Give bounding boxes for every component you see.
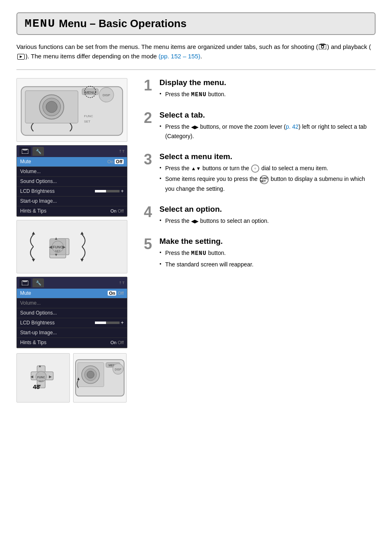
page-link[interactable]: (pp. 152 – 155) <box>159 53 201 60</box>
dial-icon: ○ <box>251 164 259 173</box>
main-layout: MENU DISP FUNC SET <box>16 78 376 403</box>
step-2-title: Select a tab. <box>159 111 376 120</box>
svg-point-48 <box>87 371 95 378</box>
title-text: Menu – Basic Operations <box>59 17 187 30</box>
menu-row-mute: Mute On Off <box>17 157 127 167</box>
step-5-body: Press the MENU button. The standard scre… <box>159 248 376 269</box>
svg-marker-30 <box>81 231 84 234</box>
right-column: 1 Display the menu. Press the MENU butto… <box>131 78 376 403</box>
menu-tabs-2: 🔧 † T <box>17 277 127 289</box>
menu-rows-1: Mute On Off Volume... Sound Options... L… <box>17 157 127 216</box>
menu-screen-1: 🔧 † T Mute On Off Volume... Sound Option… <box>16 145 127 217</box>
svg-text:◀: ◀ <box>30 375 33 379</box>
intro-text4: . <box>201 53 202 60</box>
step-5-title: Make the setting. <box>159 237 376 246</box>
intro-paragraph: Various functions can be set from the me… <box>16 42 376 61</box>
svg-text:FUNC: FUNC <box>84 114 93 118</box>
svg-text:◀: ◀ <box>49 245 52 249</box>
left-column: MENU DISP FUNC SET <box>16 78 131 403</box>
step-2: 2 Select a tab. Press the ◀▶ buttons, or… <box>144 111 376 142</box>
step-4-title: Select an option. <box>159 205 376 214</box>
step-4-body: Press the ◀▶ buttons to select an option… <box>159 216 376 225</box>
menu-tab-camera-2 <box>19 278 31 287</box>
menu-tab-extra: † T <box>119 149 125 153</box>
intro-text3: ). The menu items differ depending on th… <box>25 53 159 60</box>
menu-row-lcd-2: LCD Brightness + <box>17 318 127 328</box>
svg-marker-29 <box>32 259 35 261</box>
step-5-bullet-2: The standard screen will reappear. <box>159 260 376 269</box>
menu-row-startup: Start-up Image... <box>17 197 127 206</box>
play-icon: ▶ <box>17 54 25 60</box>
step-2-bullet-1: Press the ◀▶ buttons, or move the zoom l… <box>159 122 376 141</box>
svg-text:▶: ▶ <box>49 375 52 379</box>
step-1-number: 1 <box>144 78 155 101</box>
menu-row-mute-2: Mute On Off <box>17 289 127 298</box>
menu-row-startup-2: Start-up Image... <box>17 328 127 338</box>
step-4-number: 4 <box>144 205 155 227</box>
divider <box>16 69 376 70</box>
intro-text1: Various functions can be set from the me… <box>16 43 318 50</box>
svg-text:▲: ▲ <box>38 364 42 368</box>
svg-text:SET: SET <box>39 380 44 382</box>
step-5-bullet-1: Press the MENU button. <box>159 248 376 258</box>
menu-word-inline-2: MENU <box>191 250 207 257</box>
step-1-body: Press the MENU button. <box>159 90 376 99</box>
dpad-image: FUNC SET ▲ ▼ ◀ ▶ <box>16 220 127 273</box>
svg-text:🔧: 🔧 <box>36 148 41 154</box>
step-3: 3 Select a menu item. Press the ▲▼ butto… <box>144 152 376 195</box>
step-1-content: Display the menu. Press the MENU button. <box>159 78 376 101</box>
svg-text:🔧: 🔧 <box>36 280 41 286</box>
step-1: 1 Display the menu. Press the MENU butto… <box>144 78 376 101</box>
camera-icon <box>319 43 326 52</box>
step-3-number: 3 <box>144 152 155 195</box>
menu-tab-wrench-2: 🔧 <box>32 278 44 287</box>
step-2-content: Select a tab. Press the ◀▶ buttons, or m… <box>159 111 376 142</box>
menu-screen-2: 🔧 † T Mute On Off Volume... Sound Option… <box>16 277 127 348</box>
step-3-bullet-2: Some items require you to press the FUNC… <box>159 174 376 193</box>
step-5-number: 5 <box>144 237 155 271</box>
svg-text:FUNC: FUNC <box>37 376 45 379</box>
intro-text2: ) and playback ( <box>327 43 371 50</box>
menu-row-sound: Sound Options... <box>17 177 127 187</box>
svg-point-2 <box>321 46 324 48</box>
menu-tab-extra-2: † T <box>119 281 125 285</box>
menu-tabs-1: 🔧 † T <box>17 146 127 157</box>
step-5-content: Make the setting. Press the MENU button.… <box>159 237 376 271</box>
svg-text:DISP: DISP <box>103 93 110 97</box>
step-3-title: Select a menu item. <box>159 152 376 161</box>
menu-row-volume-2: Volume... <box>17 298 127 308</box>
svg-text:SET: SET <box>84 119 91 123</box>
menu-word-title: MENU <box>25 17 55 30</box>
page-number: 48 <box>33 383 40 390</box>
svg-text:▼: ▼ <box>54 252 58 257</box>
step-3-body: Press the ▲▼ buttons or turn the ○ dial … <box>159 164 376 193</box>
menu-row-volume: Volume... <box>17 167 127 177</box>
menu-row-hints-2: Hints & Tips On Off <box>17 338 127 348</box>
svg-marker-28 <box>32 231 35 234</box>
svg-marker-31 <box>81 259 84 261</box>
step-4-content: Select an option. Press the ◀▶ buttons t… <box>159 205 376 227</box>
step-5: 5 Make the setting. Press the MENU butto… <box>144 237 376 271</box>
svg-text:▲: ▲ <box>54 236 58 241</box>
menu-row-hints: Hints & Tips On Off <box>17 206 127 216</box>
func-icon: FUNCSET <box>260 175 269 184</box>
menu-tab-wrench: 🔧 <box>32 147 44 156</box>
page-title-bar: MENU Menu – Basic Operations <box>16 12 376 35</box>
step-3-bullet-1: Press the ▲▼ buttons or turn the ○ dial … <box>159 164 376 173</box>
step-4: 4 Select an option. Press the ◀▶ buttons… <box>144 205 376 227</box>
svg-text:▶: ▶ <box>62 245 66 249</box>
step-2-number: 2 <box>144 111 155 142</box>
step-1-bullet-1: Press the MENU button. <box>159 90 376 99</box>
menu-tab-camera <box>19 147 31 156</box>
menu-word-inline-1: MENU <box>191 91 207 98</box>
step-4-bullet-1: Press the ◀▶ buttons to select an option… <box>159 216 376 225</box>
menu-rows-2: Mute On Off Volume... Sound Options... L… <box>17 289 127 348</box>
menu-row-sound-2: Sound Options... <box>17 308 127 318</box>
svg-text:MENU: MENU <box>85 90 95 94</box>
svg-point-7 <box>46 101 58 113</box>
svg-text:FUNC: FUNC <box>53 245 63 249</box>
bottom-camera-image: MENU DISP <box>73 353 127 403</box>
step-2-body: Press the ◀▶ buttons, or move the zoom l… <box>159 122 376 141</box>
menu-row-lcd: LCD Brightness + <box>17 187 127 197</box>
step-3-content: Select a menu item. Press the ▲▼ buttons… <box>159 152 376 195</box>
